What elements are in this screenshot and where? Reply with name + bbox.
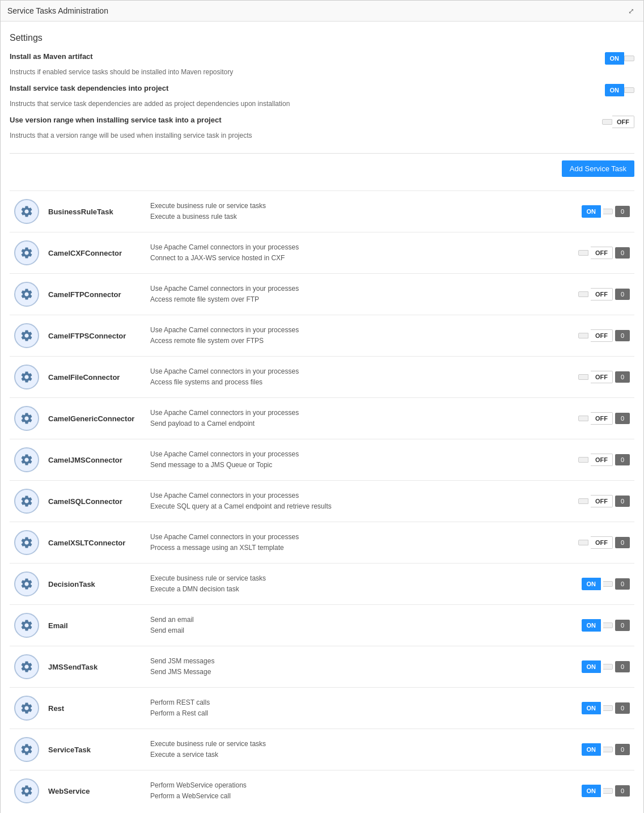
- toggle-on-maven[interactable]: ON: [605, 52, 625, 65]
- toggle-on-camelcxfconnector[interactable]: [578, 250, 588, 256]
- service-desc-email: Send an email Send email: [150, 615, 573, 636]
- count-camelgenericconnector: 0: [615, 413, 630, 424]
- controls-camelcxfconnector: OFF 0: [578, 247, 630, 259]
- toggle-on-camelfileconnector[interactable]: [578, 374, 588, 380]
- service-icon-webservice: [14, 778, 39, 803]
- service-item-camelsqlconnector: CamelSQLConnector Use Apache Camel conne…: [10, 480, 634, 522]
- toggle-off-deps[interactable]: [624, 87, 634, 93]
- toggle-on-jmssendtask[interactable]: ON: [582, 660, 601, 673]
- toggle-off-camelftpconnector[interactable]: OFF: [591, 288, 613, 300]
- toggle-on-decisiontask[interactable]: ON: [582, 578, 601, 590]
- service-item-rest: Rest Perform REST calls Perform a Rest c…: [10, 687, 634, 729]
- main-window: Service Tasks Administration ⤢ Settings …: [0, 0, 644, 813]
- add-service-button[interactable]: Add Service Task: [562, 160, 634, 177]
- controls-camelxsltconnector: OFF 0: [578, 536, 630, 549]
- controls-camelftpsconnector: OFF 0: [578, 329, 630, 342]
- setting-maven-label: Install as Maven artifact: [10, 52, 594, 61]
- service-item-camelftpsconnector: CamelFTPSConnector Use Apache Camel conn…: [10, 315, 634, 356]
- count-camelftpsconnector: 0: [615, 330, 630, 341]
- toggle-off-camelcxfconnector[interactable]: OFF: [591, 247, 613, 259]
- count-camelfileconnector: 0: [615, 371, 630, 383]
- toggle-off-camelfileconnector[interactable]: OFF: [591, 371, 613, 383]
- controls-camelftpconnector: OFF 0: [578, 288, 630, 300]
- service-item-decisiontask: DecisionTask Execute business rule or se…: [10, 563, 634, 604]
- service-desc-camelgenericconnector: Use Apache Camel connectors in your proc…: [150, 408, 569, 429]
- toggle-off-businessruletask[interactable]: [603, 209, 613, 214]
- service-name-businessruletask: BusinessRuleTask: [48, 208, 150, 216]
- toggle-on-servicetask[interactable]: ON: [582, 743, 601, 756]
- toggle-on-cameljmsconnector[interactable]: [578, 457, 588, 463]
- service-item-camelftpconnector: CamelFTPConnector Use Apache Camel conne…: [10, 273, 634, 315]
- service-name-camelgenericconnector: CamelGenericConnector: [48, 414, 150, 423]
- setting-deps-label: Install service task dependencies into p…: [10, 84, 594, 92]
- toggle-off-camelsqlconnector[interactable]: OFF: [591, 495, 613, 507]
- toggle-on-email[interactable]: ON: [582, 619, 601, 632]
- service-icon-decisiontask: [14, 571, 39, 596]
- service-name-decisiontask: DecisionTask: [48, 580, 150, 588]
- service-desc-camelcxfconnector: Use Apache Camel connectors in your proc…: [150, 242, 569, 264]
- expand-icon[interactable]: ⤢: [625, 5, 637, 16]
- count-servicetask: 0: [615, 744, 630, 755]
- toggle-off-maven[interactable]: [624, 56, 634, 61]
- service-name-camelcxfconnector: CamelCXFConnector: [48, 249, 150, 257]
- count-businessruletask: 0: [615, 206, 630, 217]
- toggle-on-camelsqlconnector[interactable]: [578, 498, 588, 504]
- toggle-on-camelftpconnector[interactable]: [578, 291, 588, 297]
- controls-webservice: ON 0: [582, 785, 630, 797]
- settings-title: Settings: [10, 33, 634, 43]
- toggle-off-jmssendtask[interactable]: [603, 664, 613, 670]
- controls-businessruletask: ON 0: [582, 205, 630, 218]
- toggle-maven[interactable]: ON: [605, 52, 635, 65]
- toggle-off-email[interactable]: [603, 623, 613, 628]
- toggle-deps[interactable]: ON: [605, 84, 635, 96]
- toggle-version[interactable]: OFF: [602, 116, 634, 128]
- toggle-on-camelxsltconnector[interactable]: [578, 540, 588, 545]
- toggle-off-version[interactable]: OFF: [612, 116, 634, 128]
- controls-decisiontask: ON 0: [582, 578, 630, 590]
- count-camelcxfconnector: 0: [615, 247, 630, 259]
- toggle-on-camelftpsconnector[interactable]: [578, 333, 588, 338]
- toggle-off-servicetask[interactable]: [603, 747, 613, 752]
- count-camelftpconnector: 0: [615, 289, 630, 300]
- controls-camelfileconnector: OFF 0: [578, 371, 630, 383]
- toggle-off-camelgenericconnector[interactable]: OFF: [591, 412, 613, 425]
- service-icon-camelftpconnector: [14, 282, 39, 307]
- toggle-on-camelgenericconnector[interactable]: [578, 416, 588, 421]
- service-desc-businessruletask: Execute business rule or service tasks E…: [150, 201, 573, 222]
- toggle-off-rest[interactable]: [603, 705, 613, 711]
- service-name-cameljmsconnector: CamelJMSConnector: [48, 456, 150, 464]
- toggle-on-businessruletask[interactable]: ON: [582, 205, 601, 218]
- controls-email: ON 0: [582, 619, 630, 632]
- toggle-on-version[interactable]: [602, 119, 612, 125]
- count-webservice: 0: [615, 785, 630, 797]
- count-email: 0: [615, 620, 630, 631]
- service-list: BusinessRuleTask Execute business rule o…: [10, 190, 634, 811]
- service-name-camelxsltconnector: CamelXSLTConnector: [48, 539, 150, 547]
- toggle-on-webservice[interactable]: ON: [582, 785, 601, 797]
- service-icon-camelgenericconnector: [14, 406, 39, 431]
- count-decisiontask: 0: [615, 578, 630, 590]
- toggle-on-rest[interactable]: ON: [582, 702, 601, 714]
- toggle-off-cameljmsconnector[interactable]: OFF: [591, 454, 613, 466]
- service-icon-camelxsltconnector: [14, 530, 39, 555]
- service-item-servicetask: ServiceTask Execute business rule or ser…: [10, 729, 634, 770]
- service-name-webservice: WebService: [48, 787, 150, 795]
- service-name-servicetask: ServiceTask: [48, 746, 150, 754]
- toggle-on-deps[interactable]: ON: [605, 84, 625, 96]
- service-desc-camelfileconnector: Use Apache Camel connectors in your proc…: [150, 366, 569, 388]
- toggle-off-camelftpsconnector[interactable]: OFF: [591, 329, 613, 342]
- service-item-camelgenericconnector: CamelGenericConnector Use Apache Camel c…: [10, 397, 634, 439]
- service-name-camelfileconnector: CamelFileConnector: [48, 373, 150, 382]
- settings-section: Settings Install as Maven artifact ON In…: [10, 33, 634, 139]
- service-desc-servicetask: Execute business rule or service tasks E…: [150, 739, 573, 760]
- count-camelsqlconnector: 0: [615, 496, 630, 507]
- toggle-off-camelxsltconnector[interactable]: OFF: [591, 536, 613, 549]
- setting-service-deps: Install service task dependencies into p…: [10, 84, 634, 108]
- service-item-businessruletask: BusinessRuleTask Execute business rule o…: [10, 190, 634, 232]
- toggle-off-decisiontask[interactable]: [603, 581, 613, 587]
- count-cameljmsconnector: 0: [615, 454, 630, 465]
- toggle-off-webservice[interactable]: [603, 788, 613, 794]
- service-name-email: Email: [48, 621, 150, 630]
- service-desc-camelftpconnector: Use Apache Camel connectors in your proc…: [150, 283, 569, 305]
- service-desc-camelxsltconnector: Use Apache Camel connectors in your proc…: [150, 532, 569, 553]
